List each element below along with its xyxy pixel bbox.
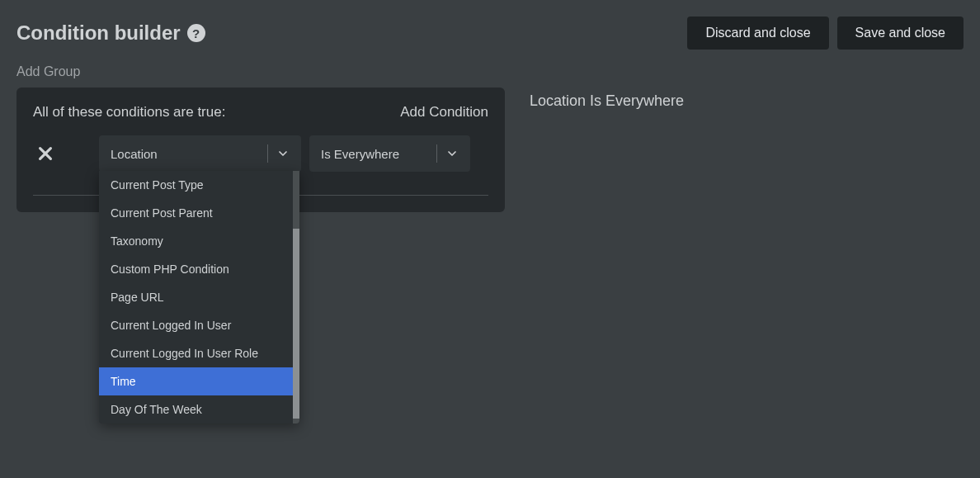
dropdown-item[interactable]: Day Of The Week [99,395,299,424]
dropdown-item[interactable]: Page URL [99,283,299,311]
condition-value-select[interactable]: Is Everywhere [309,135,470,172]
condition-field-value: Location [111,147,267,161]
condition-value-value: Is Everywhere [321,147,436,161]
discard-button[interactable]: Discard and close [687,17,828,50]
condition-row: Location Current Post TypeCurrent Post P… [33,135,488,196]
title-wrap: Condition builder ? [16,21,205,45]
save-button[interactable]: Save and close [837,17,964,50]
dropdown-scrollbar-thumb[interactable] [293,229,299,419]
remove-condition-icon[interactable] [33,141,58,166]
dropdown-item[interactable]: Current Logged In User Role [99,339,299,367]
header-row: Condition builder ? Discard and close Sa… [16,17,964,50]
chevron-down-icon [445,147,459,160]
dropdown-item[interactable]: Taxonomy [99,227,299,255]
condition-field-select[interactable]: Location Current Post TypeCurrent Post P… [99,135,301,172]
page-title: Condition builder [16,21,181,45]
help-icon[interactable]: ? [187,24,205,42]
header-buttons: Discard and close Save and close [687,17,964,50]
add-condition-link[interactable]: Add Condition [400,104,488,121]
group-title: All of these conditions are true: [33,104,225,121]
dropdown-item[interactable]: Current Post Parent [99,199,299,227]
condition-summary-text: Location Is Everywhere [530,92,684,110]
group-head: All of these conditions are true: Add Co… [33,104,488,121]
dropdown-item[interactable]: Time [99,367,299,395]
dropdown-item[interactable]: Current Post Type [99,171,299,199]
condition-field-dropdown: Current Post TypeCurrent Post ParentTaxo… [99,171,299,424]
condition-group-card: All of these conditions are true: Add Co… [16,88,505,212]
select-divider [436,144,437,163]
dropdown-scrollbar-track[interactable] [293,171,299,424]
main-row: All of these conditions are true: Add Co… [16,88,964,212]
select-divider [267,144,268,163]
dropdown-item[interactable]: Current Logged In User [99,311,299,339]
add-group-link[interactable]: Add Group [16,64,80,79]
chevron-down-icon [276,147,290,160]
dropdown-item[interactable]: Custom PHP Condition [99,255,299,283]
